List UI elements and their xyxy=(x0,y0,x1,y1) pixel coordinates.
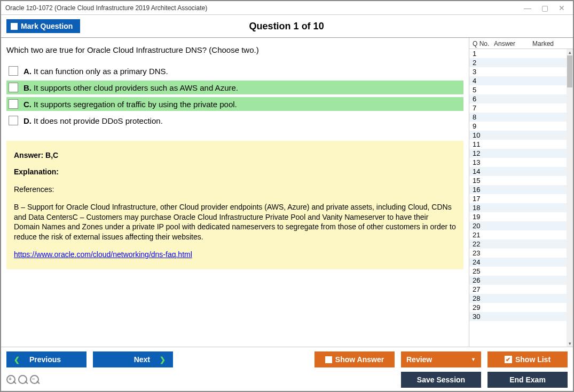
chevron-right-icon: ❯ xyxy=(160,356,166,364)
question-row-number: 14 xyxy=(473,167,494,175)
question-row[interactable]: 11 xyxy=(469,140,573,149)
question-row-number: 25 xyxy=(473,267,494,275)
question-row[interactable]: 9 xyxy=(469,122,573,131)
window-minimize-icon[interactable]: — xyxy=(524,4,531,12)
question-row[interactable]: 3 xyxy=(469,67,573,76)
question-row[interactable]: 28 xyxy=(469,294,573,303)
reference-link[interactable]: https://www.oracle.com/cloud/networking/… xyxy=(14,250,192,259)
question-row-number: 26 xyxy=(473,276,494,284)
question-row[interactable]: 20 xyxy=(469,221,573,230)
question-row[interactable]: 14 xyxy=(469,167,573,176)
question-row[interactable]: 15 xyxy=(469,176,573,185)
question-row[interactable]: 18 xyxy=(469,203,573,212)
references-label: References: xyxy=(14,185,456,195)
question-row[interactable]: 7 xyxy=(469,103,573,113)
answer-box: Answer: B,C Explanation: References: B –… xyxy=(6,141,463,269)
question-row-number: 24 xyxy=(473,258,494,266)
question-row[interactable]: 12 xyxy=(469,149,573,158)
show-list-check-icon: ✔ xyxy=(505,356,512,363)
question-row[interactable]: 30 xyxy=(469,312,573,321)
question-row-number: 18 xyxy=(473,204,494,212)
question-list-header: Q No. Answer Marked xyxy=(469,38,573,49)
question-row[interactable]: 16 xyxy=(469,185,573,194)
window-title-bar: Oracle 1z0-1072 (Oracle Cloud Infrastruc… xyxy=(1,1,573,15)
question-heading: Question 1 of 10 xyxy=(5,21,568,32)
question-row[interactable]: 4 xyxy=(469,76,573,85)
question-row[interactable]: 29 xyxy=(469,303,573,312)
question-row[interactable]: 5 xyxy=(469,85,573,94)
question-row[interactable]: 2 xyxy=(469,58,573,67)
option-c[interactable]: C. It supports segregation of traffic by… xyxy=(6,97,463,111)
option-a-checkbox[interactable] xyxy=(9,66,18,76)
scroll-up-icon[interactable]: ▴ xyxy=(567,49,573,55)
save-session-button[interactable]: Save Session xyxy=(401,372,481,388)
question-row[interactable]: 17 xyxy=(469,194,573,203)
explanation-label: Explanation: xyxy=(14,167,456,177)
question-list: 1234567891011121314151617181920212223242… xyxy=(469,49,573,347)
question-text: Which two are true for Oracle Cloud Infr… xyxy=(6,45,463,54)
question-row-number: 7 xyxy=(473,104,494,112)
question-row-number: 5 xyxy=(473,86,494,94)
options-list: A. It can function only as a primary DNS… xyxy=(6,64,463,130)
question-row-number: 13 xyxy=(473,158,494,166)
question-row[interactable]: 19 xyxy=(469,212,573,221)
window-maximize-icon[interactable]: ▢ xyxy=(541,4,548,12)
zoom-out-icon[interactable]: − xyxy=(30,375,40,385)
question-row[interactable]: 23 xyxy=(469,249,573,258)
option-b[interactable]: B. It supports other cloud providers suc… xyxy=(6,81,463,94)
answer-label: Answer: B,C xyxy=(14,150,456,161)
header-marked: Marked xyxy=(532,40,570,47)
window-close-icon[interactable]: ✕ xyxy=(558,4,565,12)
question-row-number: 29 xyxy=(473,303,494,311)
question-row[interactable]: 21 xyxy=(469,230,573,239)
header-qno: Q No. xyxy=(473,40,494,47)
zoom-reset-icon[interactable] xyxy=(18,375,28,385)
question-row-number: 17 xyxy=(473,195,494,203)
option-a[interactable]: A. It can function only as a primary DNS… xyxy=(6,64,463,78)
question-row[interactable]: 1 xyxy=(469,49,573,58)
scroll-down-icon[interactable]: ▾ xyxy=(567,340,573,347)
end-exam-button[interactable]: End Exam xyxy=(487,372,568,388)
references-body: B – Support for Oracle Cloud Infrastruct… xyxy=(14,202,456,243)
question-row[interactable]: 13 xyxy=(469,158,573,167)
next-button[interactable]: Next ❯ xyxy=(93,351,173,367)
window-title: Oracle 1z0-1072 (Oracle Cloud Infrastruc… xyxy=(5,4,524,12)
question-row[interactable]: 6 xyxy=(469,94,573,103)
show-list-button[interactable]: ✔ Show List xyxy=(487,351,568,367)
question-row-number: 6 xyxy=(473,95,494,103)
question-row[interactable]: 22 xyxy=(469,239,573,249)
show-answer-checkbox-icon xyxy=(325,356,332,363)
question-row-number: 11 xyxy=(473,140,494,148)
question-row[interactable]: 10 xyxy=(469,131,573,140)
question-row[interactable]: 25 xyxy=(469,267,573,276)
question-row-number: 23 xyxy=(473,249,494,257)
question-row-number: 28 xyxy=(473,294,494,302)
question-row-number: 9 xyxy=(473,122,494,130)
question-row-number: 12 xyxy=(473,149,494,157)
question-row[interactable]: 24 xyxy=(469,258,573,267)
show-answer-button[interactable]: Show Answer xyxy=(314,351,395,367)
question-row-number: 2 xyxy=(473,59,494,67)
question-row[interactable]: 27 xyxy=(469,285,573,294)
question-row-number: 8 xyxy=(473,113,494,121)
question-row-number: 20 xyxy=(473,222,494,230)
option-b-checkbox[interactable] xyxy=(9,83,18,92)
dropdown-arrow-icon: ▼ xyxy=(471,357,476,362)
option-d-checkbox[interactable] xyxy=(9,116,18,125)
question-row-number: 1 xyxy=(473,50,494,58)
scroll-thumb[interactable] xyxy=(567,55,572,87)
question-row-number: 22 xyxy=(473,240,494,248)
question-row-number: 4 xyxy=(473,77,494,85)
option-c-checkbox[interactable] xyxy=(9,99,18,109)
question-row-number: 16 xyxy=(473,186,494,194)
previous-button[interactable]: ❮ Previous xyxy=(6,351,87,367)
zoom-in-icon[interactable]: + xyxy=(6,375,16,385)
question-list-scrollbar[interactable]: ▴ ▾ xyxy=(567,49,573,347)
option-d[interactable]: D. It does not provide DDoS protection. xyxy=(6,114,463,127)
question-row[interactable]: 26 xyxy=(469,276,573,285)
question-row-number: 15 xyxy=(473,177,494,185)
question-row[interactable]: 8 xyxy=(469,113,573,122)
review-button[interactable]: Review ▼ xyxy=(401,351,481,367)
chevron-left-icon: ❮ xyxy=(14,356,20,364)
question-row-number: 27 xyxy=(473,285,494,293)
